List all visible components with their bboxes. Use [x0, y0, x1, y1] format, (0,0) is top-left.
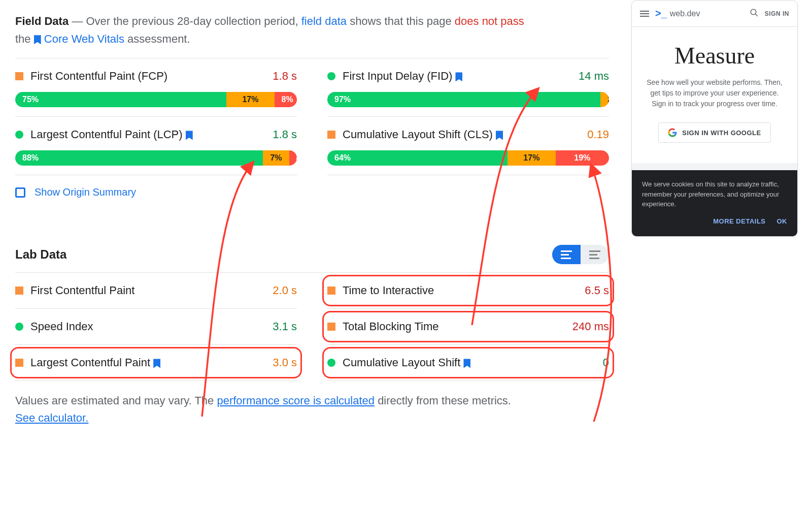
cookie-more-details[interactable]: MORE DETAILS [713, 216, 765, 227]
lab-data-grid: First Contentful Paint 2.0 sTime to Inte… [15, 272, 609, 381]
lab-metric-value: 3.0 s [273, 356, 297, 369]
metric-name: Largest Contentful Paint (LCP) [30, 128, 265, 141]
square-icon [327, 131, 335, 139]
bookmark-icon [34, 35, 41, 44]
metric-name: Cumulative Layout Shift (CLS) [343, 128, 580, 141]
distribution-bar: 88%7%4% [15, 150, 297, 166]
metric-cls: Cumulative Layout Shift (CLS) 0.1964%17%… [327, 117, 609, 175]
lab-l-si: Speed Index 3.1 s [15, 309, 297, 345]
bookmark-icon [186, 131, 193, 140]
lab-metric-value: 240 ms [572, 320, 609, 333]
lab-metric-value: 2.0 s [273, 284, 297, 297]
bar-segment-orange: 17% [226, 92, 274, 107]
bar-segment-red: 8% [275, 92, 297, 107]
bookmark-icon [463, 359, 470, 368]
field-data-intro: Field Data — Over the previous 28-day co… [15, 12, 533, 48]
distribution-bar: 75%17%8% [15, 92, 297, 107]
bar-segment-orange: 2% [600, 92, 609, 107]
lab-metric-value: 6.5 s [585, 284, 609, 297]
preview-subtext: See how well your website performs. Then… [644, 77, 785, 109]
bar-segment-green: 75% [15, 92, 226, 107]
core-web-vitals-link[interactable]: Core Web Vitals [44, 33, 124, 45]
view-toggle[interactable] [552, 245, 609, 264]
bookmark-icon [455, 72, 462, 81]
circle-icon [15, 323, 23, 331]
square-icon [327, 323, 335, 331]
perf-score-link[interactable]: performance score is calculated [217, 394, 375, 407]
circle-icon [327, 72, 335, 80]
field-data-link[interactable]: field data [301, 15, 347, 27]
bookmark-icon [153, 359, 160, 368]
lab-metric-name: Speed Index [30, 320, 265, 333]
bar-segment-green: 64% [327, 150, 507, 166]
lab-l-tbt: Total Blocking Time 240 ms [327, 309, 609, 345]
metric-name: First Input Delay (FID) [343, 70, 571, 83]
lab-metric-name: Largest Contentful Paint [30, 356, 265, 369]
show-origin-summary[interactable]: Show Origin Summary [15, 175, 297, 209]
google-signin-button[interactable]: SIGN IN WITH GOOGLE [658, 122, 770, 143]
preview-headline: Measure [644, 42, 785, 69]
lab-data-title: Lab Data [15, 247, 66, 262]
google-icon [668, 128, 677, 137]
metric-value: 1.8 s [273, 128, 297, 141]
bar-segment-orange: 7% [263, 150, 289, 166]
view-toggle-expanded[interactable] [581, 245, 609, 264]
bar-segment-orange: 17% [507, 150, 555, 166]
lab-metric-name: Cumulative Layout Shift [343, 356, 596, 369]
lab-metric-name: Total Blocking Time [343, 320, 565, 333]
circle-icon [327, 359, 335, 367]
square-icon [15, 287, 23, 295]
square-icon [15, 72, 23, 80]
distribution-bar: 97%2%1% [327, 92, 609, 107]
lab-metric-value: 3.1 s [273, 320, 297, 333]
metric-fcp: First Contentful Paint (FCP) 1.8 s75%17%… [15, 58, 297, 117]
sign-in-link[interactable]: SIGN IN [765, 10, 789, 17]
bar-segment-green: 97% [327, 92, 600, 107]
square-icon [327, 287, 335, 295]
lab-metric-value: 0 [603, 356, 609, 369]
metric-value: 14 ms [579, 70, 609, 83]
metric-lcp: Largest Contentful Paint (LCP) 1.8 s88%7… [15, 117, 297, 175]
metric-fid: First Input Delay (FID) 14 ms97%2%1% [327, 58, 609, 117]
lab-l-tti: Time to Interactive 6.5 s [327, 273, 609, 309]
metric-value: 1.8 s [273, 70, 297, 83]
svg-line-1 [755, 14, 758, 16]
field-data-title: Field Data [15, 15, 69, 27]
menu-icon[interactable] [640, 9, 649, 18]
search-icon[interactable] [750, 8, 759, 19]
bookmark-icon [496, 131, 503, 140]
distribution-bar: 64%17%19% [327, 150, 609, 166]
square-icon [15, 359, 23, 367]
webdev-logo[interactable]: >_web.dev [655, 8, 700, 19]
bar-segment-red: 19% [556, 150, 609, 166]
circle-icon [15, 131, 23, 139]
see-calculator-link[interactable]: See calculator. [15, 411, 88, 424]
webdev-preview-card: >_web.dev SIGN IN Measure See how well y… [631, 0, 798, 237]
cookie-banner: We serve cookies on this site to analyze… [632, 170, 797, 236]
cookie-ok[interactable]: OK [777, 216, 788, 227]
bar-segment-red: 4% [289, 150, 297, 166]
lab-metric-name: Time to Interactive [343, 284, 578, 297]
bar-segment-green: 88% [15, 150, 263, 166]
checkbox-icon[interactable] [15, 187, 25, 198]
field-metrics-grid: First Contentful Paint (FCP) 1.8 s75%17%… [15, 58, 609, 209]
lab-l-cls: Cumulative Layout Shift 0 [327, 345, 609, 381]
lab-l-lcp: Largest Contentful Paint 3.0 s [15, 345, 297, 381]
lab-footnote: Values are estimated and may vary. The p… [15, 392, 533, 427]
view-toggle-compact[interactable] [552, 245, 581, 264]
assessment-fail: does not pass [455, 15, 524, 27]
metric-name: First Contentful Paint (FCP) [30, 70, 265, 83]
svg-point-0 [751, 9, 756, 15]
lab-l-fcp: First Contentful Paint 2.0 s [15, 273, 297, 309]
lab-metric-name: First Contentful Paint [30, 284, 265, 297]
metric-value: 0.19 [587, 128, 609, 141]
